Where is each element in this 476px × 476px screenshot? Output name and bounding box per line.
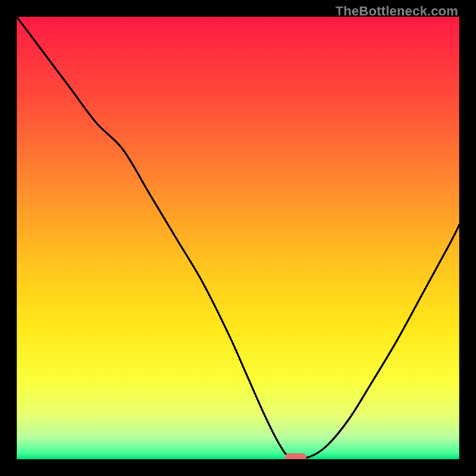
plot-area bbox=[17, 17, 459, 459]
optimum-marker bbox=[285, 453, 306, 459]
chart-frame: TheBottleneck.com bbox=[0, 0, 476, 476]
curve-layer bbox=[17, 17, 459, 459]
bottleneck-curve bbox=[17, 17, 459, 458]
